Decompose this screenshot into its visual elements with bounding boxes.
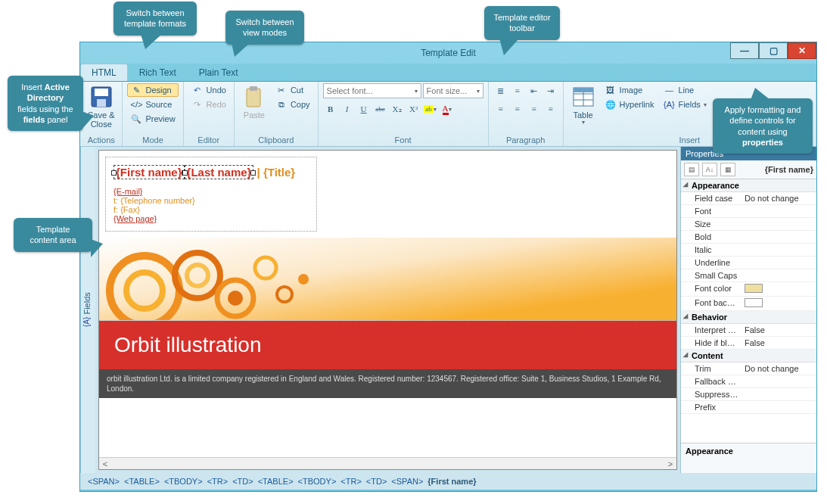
align-justify-button[interactable]: ≡ — [543, 101, 558, 117]
field-email[interactable]: {E-mail} — [113, 187, 143, 196]
property-row[interactable]: Interpret markupFalse — [681, 324, 816, 337]
property-value[interactable] — [742, 401, 816, 413]
breadcrumb-item[interactable]: <SPAN> — [391, 477, 423, 486]
insert-table-button[interactable]: Table▾ — [568, 83, 598, 128]
highlight-button[interactable]: ab▾ — [423, 101, 438, 117]
property-value[interactable] — [742, 388, 816, 400]
property-value[interactable] — [742, 231, 816, 243]
insert-image-button[interactable]: 🖼Image — [602, 83, 658, 97]
mode-preview-button[interactable]: 🔍Preview — [127, 112, 178, 126]
underline-button[interactable]: U — [356, 101, 372, 117]
fields-panel-tab[interactable]: {A} Fields — [80, 147, 95, 473]
align-right-button[interactable]: ≡ — [527, 101, 542, 117]
property-row[interactable]: Size — [681, 218, 816, 231]
strike-button[interactable]: abc — [373, 101, 388, 117]
template-canvas[interactable]: {First name}{Last name} | {Title} {E-mai… — [98, 150, 677, 470]
property-row[interactable]: Bold — [681, 231, 816, 244]
breadcrumb-item[interactable]: <TBODY> — [164, 477, 203, 486]
property-row[interactable]: TrimDo not change — [681, 362, 816, 375]
property-value[interactable] — [742, 269, 816, 282]
align-left-button[interactable]: ≡ — [493, 101, 508, 117]
breadcrumb-item[interactable]: <TABLE> — [258, 477, 294, 486]
numbering-button[interactable]: ≡ — [510, 83, 525, 98]
tab-richtext[interactable]: Rich Text — [128, 64, 188, 81]
horizontal-scrollbar[interactable]: < > — [99, 457, 676, 469]
property-value[interactable]: False — [742, 337, 816, 349]
field-webpage[interactable]: {Web page} — [113, 214, 157, 223]
field-lastname[interactable]: {Last name} — [185, 165, 254, 179]
insert-hyperlink-button[interactable]: 🌐Hyperlink — [602, 98, 658, 111]
property-row[interactable]: Underline — [681, 257, 816, 269]
property-value[interactable] — [742, 218, 816, 230]
font-size-select[interactable]: Font size...▾ — [423, 83, 483, 98]
categorized-button[interactable]: ▤ — [684, 163, 699, 176]
signature-block[interactable]: {First name}{Last name} | {Title} {E-mai… — [105, 157, 317, 232]
italic-button[interactable]: I — [340, 101, 355, 117]
property-pages-button[interactable]: ▦ — [720, 163, 735, 176]
property-value[interactable] — [742, 205, 816, 217]
insert-fields-button[interactable]: {A}Fields▾ — [660, 98, 709, 111]
property-value[interactable]: Do not change — [742, 192, 816, 204]
mode-design-button[interactable]: ✎Design — [127, 83, 178, 97]
titlebar[interactable]: Template Edit — ▢ ✕ — [80, 42, 816, 64]
copy-button[interactable]: ⧉Copy — [272, 98, 313, 111]
property-row[interactable]: Suppress newlines — [681, 388, 816, 401]
breadcrumb-item[interactable]: <TBODY> — [298, 477, 337, 486]
outdent-button[interactable]: ⇤ — [527, 83, 542, 98]
property-value[interactable] — [742, 257, 816, 269]
ribbon-label-mode: Mode — [127, 134, 178, 146]
insert-line-button[interactable]: —Line — [660, 83, 709, 97]
property-value[interactable]: False — [742, 324, 816, 336]
alphabetical-button[interactable]: A↓ — [702, 163, 717, 176]
property-category[interactable]: Behavior — [681, 311, 816, 324]
close-button[interactable]: ✕ — [788, 42, 816, 59]
maximize-button[interactable]: ▢ — [759, 42, 788, 59]
redo-button[interactable]: ↷Redo — [188, 98, 229, 111]
subscript-button[interactable]: X₂ — [390, 101, 405, 117]
tab-plaintext[interactable]: Plain Text — [188, 64, 250, 81]
field-firstname-selected[interactable]: {First name} — [113, 165, 185, 179]
field-fax[interactable]: {Fax} — [120, 205, 140, 214]
breadcrumb-item[interactable]: <TR> — [207, 477, 229, 486]
breadcrumb-item[interactable]: <TD> — [232, 477, 253, 486]
property-name: Prefix — [681, 401, 742, 413]
scroll-right-icon[interactable]: > — [664, 459, 676, 468]
property-category[interactable]: Appearance — [681, 179, 816, 192]
superscript-button[interactable]: X² — [406, 101, 421, 117]
property-row[interactable]: Italic — [681, 244, 816, 257]
paste-button[interactable]: Paste — [239, 83, 269, 121]
property-row[interactable]: Prefix — [681, 401, 816, 414]
bullets-button[interactable]: ≣ — [493, 83, 508, 98]
property-value[interactable]: Do not change — [742, 362, 816, 375]
bold-button[interactable]: B — [323, 101, 338, 117]
property-row[interactable]: Font color — [681, 282, 816, 297]
breadcrumb-item[interactable]: <TABLE> — [124, 477, 160, 486]
property-value[interactable] — [742, 282, 816, 296]
mode-source-button[interactable]: </>Source — [127, 98, 178, 111]
breadcrumb-item[interactable]: <TD> — [366, 477, 387, 486]
align-center-button[interactable]: ≡ — [510, 101, 525, 117]
breadcrumb-item[interactable]: <SPAN> — [88, 477, 120, 486]
property-row[interactable]: Field caseDo not change — [681, 192, 816, 205]
indent-button[interactable]: ⇥ — [543, 83, 558, 98]
property-row[interactable]: Small Caps — [681, 269, 816, 282]
property-value[interactable] — [742, 375, 816, 387]
properties-grid[interactable]: AppearanceField caseDo not changeFontSiz… — [681, 179, 816, 443]
property-row[interactable]: Fallback value — [681, 375, 816, 388]
property-row[interactable]: Font — [681, 205, 816, 218]
minimize-button[interactable]: — — [730, 42, 759, 59]
cut-button[interactable]: ✂Cut — [272, 83, 313, 97]
property-value[interactable] — [742, 244, 816, 256]
font-color-button[interactable]: A▾ — [440, 101, 455, 117]
property-value[interactable] — [742, 297, 816, 310]
field-title[interactable]: {Title} — [263, 166, 295, 179]
scroll-left-icon[interactable]: < — [99, 459, 111, 468]
breadcrumb-item[interactable]: <TR> — [340, 477, 362, 486]
property-category[interactable]: Content — [681, 350, 816, 362]
tab-html[interactable]: HTML — [80, 64, 128, 81]
property-row[interactable]: Font background — [681, 297, 816, 311]
undo-button[interactable]: ↶Undo — [188, 83, 229, 97]
field-telephone[interactable]: {Telephone number} — [120, 196, 194, 205]
font-family-select[interactable]: Select font...▾ — [323, 83, 421, 98]
property-row[interactable]: Hide if blankFalse — [681, 337, 816, 350]
